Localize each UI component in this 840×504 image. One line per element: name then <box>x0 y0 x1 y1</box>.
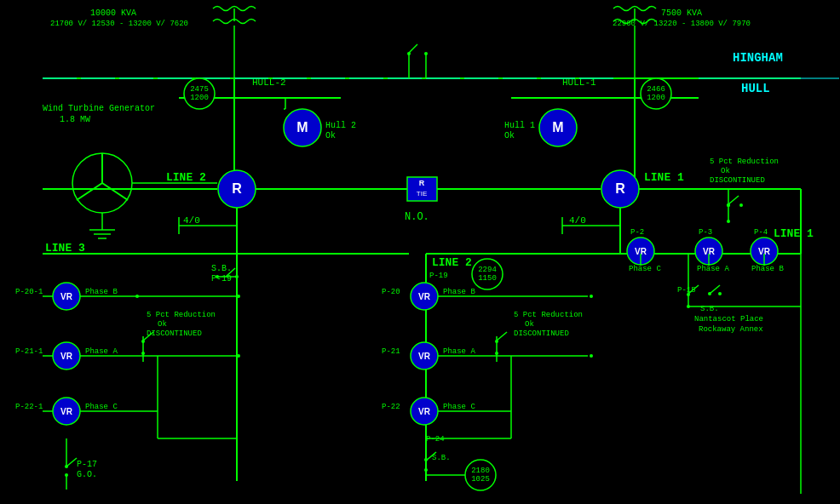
svg-text:HULL: HULL <box>741 82 770 95</box>
svg-text:10000 KVA: 10000 KVA <box>90 9 136 18</box>
svg-point-131 <box>495 352 498 355</box>
svg-text:P-2: P-2 <box>630 228 644 237</box>
svg-text:21700 V/ 12530 - 13200 V/ 7620: 21700 V/ 12530 - 13200 V/ 7620 <box>50 20 188 28</box>
svg-text:LINE 1: LINE 1 <box>644 171 684 184</box>
svg-text:TIE: TIE <box>417 190 427 198</box>
svg-point-112 <box>141 340 145 343</box>
svg-point-134 <box>235 275 239 278</box>
svg-text:HULL-2: HULL-2 <box>252 77 286 88</box>
svg-text:S.B.: S.B. <box>700 305 719 313</box>
svg-text:P-19: P-19 <box>429 272 448 280</box>
svg-text:LINE 3: LINE 3 <box>45 242 85 255</box>
svg-text:Phase A: Phase A <box>697 265 729 273</box>
svg-text:Ok: Ok <box>721 167 730 175</box>
svg-text:Ok: Ok <box>158 320 167 329</box>
svg-text:5 Pct Reduction: 5 Pct Reduction <box>710 158 779 166</box>
svg-text:S.B.: S.B. <box>211 264 232 273</box>
svg-text:HULL-1: HULL-1 <box>562 77 596 88</box>
svg-text:VR: VR <box>60 407 73 416</box>
svg-text:Ok: Ok <box>525 320 534 329</box>
svg-text:S.B.: S.B. <box>432 454 451 462</box>
svg-text:VR: VR <box>60 352 73 361</box>
svg-text:1.8 MW: 1.8 MW <box>60 115 90 124</box>
svg-text:2475: 2475 <box>190 85 209 94</box>
svg-text:Phase B: Phase B <box>85 288 118 296</box>
svg-text:Rockaway Annex: Rockaway Annex <box>699 325 763 334</box>
svg-text:1150: 1150 <box>478 274 497 283</box>
svg-text:P-19: P-19 <box>211 274 232 284</box>
svg-point-130 <box>495 340 498 343</box>
svg-text:Hull 1: Hull 1 <box>504 121 535 130</box>
svg-text:VR: VR <box>418 352 431 361</box>
svg-point-193 <box>727 220 730 223</box>
svg-text:P-3: P-3 <box>699 228 712 237</box>
svg-point-195 <box>718 292 722 295</box>
svg-text:P-20-1: P-20-1 <box>15 288 43 296</box>
svg-text:22900 V/ 13220 - 13800 V/ 7970: 22900 V/ 13220 - 13800 V/ 7970 <box>613 20 751 28</box>
svg-text:P-21-1: P-21-1 <box>15 347 43 356</box>
svg-text:P-17: P-17 <box>77 460 97 469</box>
svg-text:2466: 2466 <box>647 85 665 94</box>
svg-text:5 Pct Reduction: 5 Pct Reduction <box>514 311 583 319</box>
svg-point-203 <box>237 295 240 298</box>
svg-text:VR: VR <box>418 407 431 416</box>
svg-text:1025: 1025 <box>471 475 490 484</box>
svg-text:Phase B: Phase B <box>751 265 784 273</box>
svg-text:DISCONTINUED: DISCONTINUED <box>147 329 202 338</box>
svg-text:G.O.: G.O. <box>77 470 97 479</box>
svg-text:5 Pct Reduction: 5 Pct Reduction <box>147 311 216 319</box>
svg-text:R: R <box>232 181 242 196</box>
svg-text:LINE 2: LINE 2 <box>432 256 472 269</box>
svg-text:LINE 2: LINE 2 <box>166 171 206 184</box>
svg-text:P-20: P-20 <box>382 288 400 296</box>
svg-text:N.O.: N.O. <box>405 211 429 223</box>
svg-text:VR: VR <box>60 292 73 301</box>
svg-text:Phase B: Phase B <box>443 288 475 296</box>
svg-text:R: R <box>615 181 625 196</box>
svg-text:1200: 1200 <box>190 94 209 102</box>
svg-text:P-15: P-15 <box>677 286 696 295</box>
svg-text:Phase C: Phase C <box>85 403 118 411</box>
svg-text:1200: 1200 <box>647 94 665 102</box>
svg-text:Phase C: Phase C <box>629 265 661 273</box>
svg-text:Ok: Ok <box>325 131 336 140</box>
svg-text:4/0: 4/0 <box>569 215 586 226</box>
svg-text:P-22: P-22 <box>382 403 400 411</box>
svg-point-204 <box>237 354 240 358</box>
svg-point-201 <box>590 354 593 358</box>
svg-text:2180: 2180 <box>471 467 490 475</box>
svg-text:P-22-1: P-22-1 <box>15 403 43 411</box>
svg-text:Phase C: Phase C <box>443 403 475 411</box>
svg-text:M: M <box>296 120 308 135</box>
svg-text:LINE 1: LINE 1 <box>774 227 814 240</box>
svg-text:Ok: Ok <box>504 131 515 140</box>
svg-text:R: R <box>419 179 425 187</box>
svg-text:Hull 2: Hull 2 <box>325 121 356 130</box>
svg-text:DISCONTINUED: DISCONTINUED <box>710 176 765 185</box>
svg-text:4/0: 4/0 <box>183 215 200 226</box>
svg-text:VR: VR <box>418 292 431 301</box>
svg-point-113 <box>141 352 145 355</box>
svg-point-141 <box>424 468 428 472</box>
svg-text:DISCONTINUED: DISCONTINUED <box>514 329 569 338</box>
svg-point-202 <box>135 295 139 298</box>
svg-text:HINGHAM: HINGHAM <box>733 51 783 65</box>
svg-text:M: M <box>552 120 563 135</box>
svg-text:Phase A: Phase A <box>443 347 475 356</box>
svg-point-200 <box>590 295 593 298</box>
svg-text:2294: 2294 <box>478 266 497 274</box>
svg-text:P-21: P-21 <box>382 347 400 356</box>
svg-text:7500 KVA: 7500 KVA <box>661 9 702 18</box>
svg-point-90 <box>739 203 743 207</box>
diagram: 2475 1200 2466 1200 M Hull 2 Ok M Hull 1… <box>0 0 840 504</box>
svg-text:P-24: P-24 <box>426 435 445 444</box>
svg-text:Phase A: Phase A <box>85 347 118 356</box>
svg-text:P-4: P-4 <box>754 228 768 237</box>
svg-text:Nantascot Place: Nantascot Place <box>694 315 763 324</box>
svg-point-192 <box>727 203 730 207</box>
svg-text:Wind Turbine Generator: Wind Turbine Generator <box>43 104 155 113</box>
